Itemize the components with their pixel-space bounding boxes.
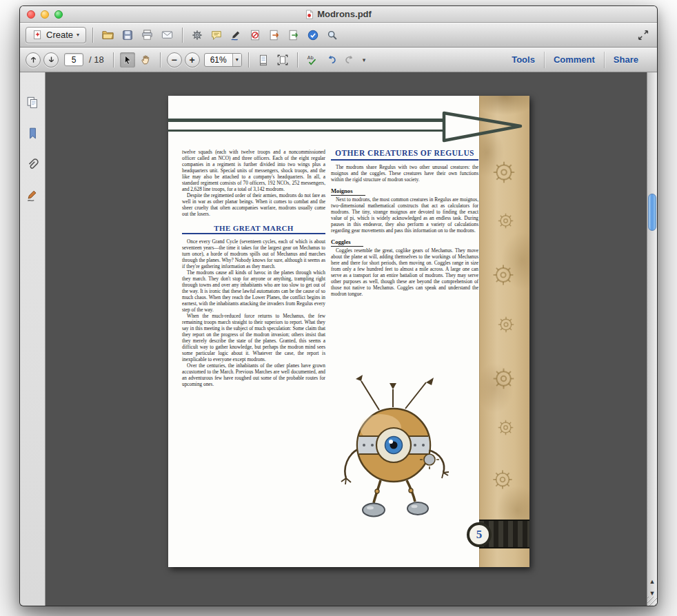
gear-glyph-icon — [496, 212, 515, 230]
print-icon[interactable] — [139, 26, 156, 43]
scroll-down-icon[interactable]: ▼ — [649, 591, 656, 597]
chevron-down-icon[interactable]: ▾ — [232, 54, 241, 66]
plus-icon: + — [190, 55, 195, 65]
share-panel-button[interactable]: Share — [604, 52, 647, 68]
next-page-button[interactable] — [43, 52, 59, 68]
bookmarks-icon[interactable] — [23, 124, 42, 143]
arrow-banner-art — [168, 111, 523, 147]
window-title-text: Modrons.pdf — [317, 9, 372, 19]
create-label: Create — [46, 30, 73, 40]
undo-icon[interactable] — [323, 52, 339, 68]
toolbar-separator — [160, 52, 161, 68]
settings-gear-icon[interactable] — [189, 27, 205, 43]
open-folder-icon[interactable] — [99, 26, 117, 43]
body-paragraph: Once every Grand Cycle (seventeen cycles… — [182, 238, 325, 269]
pdf-page: 5 twelve squads (each with twelve tr — [168, 96, 529, 567]
gear-glyph-icon — [496, 418, 515, 437]
more-tools-icon[interactable]: ▾ — [361, 54, 368, 65]
desktop: Modrons.pdf Create ▾ — [0, 0, 677, 616]
security-check-icon[interactable] — [305, 27, 321, 43]
comment-panel-button[interactable]: Comment — [544, 52, 604, 68]
page-number-band: 5 — [479, 520, 529, 548]
subsection-heading: Coggles — [331, 239, 478, 245]
toolbar-separator — [248, 52, 249, 68]
export-document-icon[interactable] — [266, 27, 283, 43]
select-tool-button[interactable] — [120, 52, 135, 68]
zoom-window-button[interactable] — [54, 10, 63, 19]
page-count-label: / 18 — [89, 54, 104, 65]
titlebar[interactable]: Modrons.pdf — [20, 6, 657, 23]
subsection-heading: Moignos — [331, 188, 478, 194]
section-heading: OTHER CREATURES OF REGULUS — [331, 149, 478, 161]
window-title: Modrons.pdf — [305, 9, 372, 19]
minus-icon: − — [172, 55, 177, 65]
gear-glyph-icon — [491, 159, 517, 185]
body-paragraph: The modrons cause all kinds of havoc in … — [182, 269, 325, 313]
toolbar-separator — [113, 52, 114, 68]
close-button[interactable] — [27, 10, 35, 19]
navigation-sidebar — [20, 72, 46, 606]
vertical-scrollbar[interactable]: ▲ ▼ — [647, 72, 657, 606]
body-paragraph: Next to modrons, the most common creatur… — [331, 196, 478, 234]
gear-glyph-icon — [491, 263, 516, 287]
pdf-document-icon — [305, 10, 314, 19]
document-canvas[interactable]: 5 twelve squads (each with twelve tr — [46, 72, 657, 606]
sticky-note-icon[interactable] — [208, 27, 225, 43]
section-heading: THE GREAT MARCH — [182, 225, 325, 234]
panel-tabs: Tools Comment Share — [503, 48, 647, 72]
gear-glyph-icon — [496, 315, 516, 334]
sign-document-icon[interactable] — [228, 27, 244, 43]
minimize-button[interactable] — [41, 10, 49, 19]
body-paragraph: twelve squads (each with twelve troops a… — [182, 149, 325, 192]
window-resize-grip[interactable] — [647, 597, 657, 606]
page-number-input[interactable] — [64, 53, 83, 66]
attachments-icon[interactable] — [23, 155, 42, 174]
gear-glyph-icon — [491, 468, 514, 491]
scrollbar-thumb[interactable] — [648, 194, 656, 231]
svg-text:Ab: Ab — [307, 55, 314, 61]
navigation-toolbar: / 18 − + 61% ▾ Ab — [20, 48, 657, 72]
toolbar-separator — [297, 52, 298, 68]
expand-toolbar-icon[interactable] — [635, 27, 651, 43]
spell-check-icon[interactable]: Ab — [304, 52, 321, 68]
body-paragraph: When the much-reduced force returns to M… — [182, 313, 325, 362]
email-icon[interactable] — [159, 26, 176, 43]
gear-glyph-icon — [491, 366, 516, 391]
zoom-out-button[interactable]: − — [167, 52, 182, 68]
left-text-column: twelve squads (each with twelve troops a… — [182, 149, 325, 387]
page-number-badge: 5 — [467, 522, 492, 547]
signatures-icon[interactable] — [23, 186, 42, 205]
acrobat-window: Modrons.pdf Create ▾ — [19, 6, 658, 606]
zoom-level-select[interactable]: 61% ▾ — [204, 53, 242, 67]
save-icon[interactable] — [119, 27, 136, 43]
body-paragraph: The modrons share Regulus with two other… — [331, 164, 478, 183]
hand-tool-button[interactable] — [138, 52, 154, 68]
page-thumbnails-icon[interactable] — [23, 93, 42, 112]
parchment-sidebar-art — [479, 96, 529, 567]
pdf-page-number: 5 — [476, 528, 483, 542]
fit-page-icon[interactable] — [274, 52, 291, 68]
previous-page-button[interactable] — [26, 52, 41, 68]
create-icon — [32, 30, 43, 40]
window-body: 5 twelve squads (each with twelve tr — [20, 72, 657, 606]
modron-illustration — [338, 373, 455, 528]
scroll-up-icon[interactable]: ▲ — [649, 579, 656, 585]
convert-document-icon[interactable] — [285, 27, 302, 43]
body-paragraph: Over the centuries, the inhabitants of t… — [182, 362, 325, 387]
toolbar-separator — [92, 28, 93, 43]
continuous-scroll-icon[interactable] — [255, 52, 272, 68]
redact-document-icon[interactable] — [247, 27, 263, 43]
find-magnifier-icon[interactable] — [324, 27, 341, 43]
body-paragraph: Coggles resemble the great, coglike gear… — [331, 247, 478, 297]
main-toolbar: Create ▾ — [20, 23, 657, 48]
window-controls — [27, 10, 63, 19]
zoom-level-value: 61% — [205, 55, 232, 65]
tools-panel-button[interactable]: Tools — [503, 52, 544, 68]
body-paragraph: Despite the regimented order of their ar… — [182, 192, 325, 217]
scrollbar-arrows: ▲ ▼ — [647, 579, 657, 597]
zoom-in-button[interactable]: + — [185, 52, 200, 68]
redo-icon[interactable] — [342, 52, 358, 68]
create-button[interactable]: Create ▾ — [26, 27, 86, 43]
toolbar-separator — [182, 28, 183, 43]
chevron-down-icon: ▾ — [77, 32, 79, 38]
